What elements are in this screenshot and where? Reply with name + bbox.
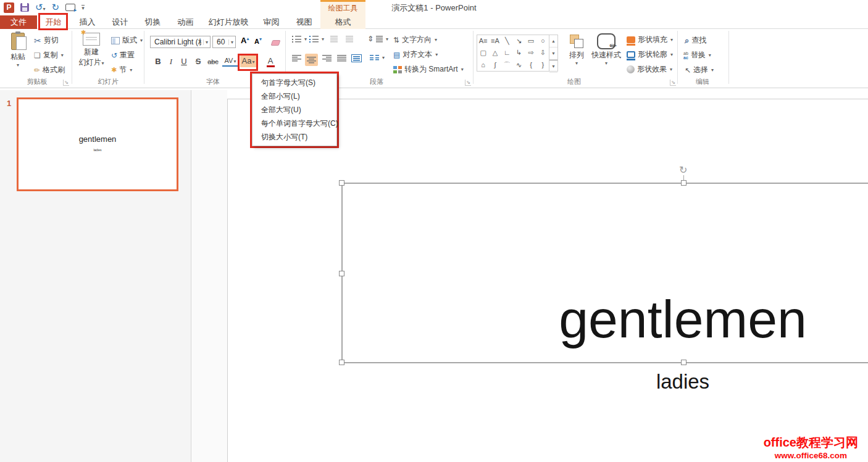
paragraph-dialog-launcher[interactable]: ⇘ <box>465 80 471 86</box>
shape-triangle[interactable]: △ <box>489 47 501 59</box>
tab-design[interactable]: 设计 <box>106 15 134 29</box>
align-left-button[interactable] <box>290 54 303 62</box>
tab-animations[interactable]: 动画 <box>172 15 199 29</box>
editor-background <box>191 90 227 462</box>
shape-left-brace[interactable]: { <box>525 59 536 71</box>
convert-smartart-button[interactable]: 转换为 SmartArt <box>391 64 465 75</box>
resize-handle-top-center[interactable] <box>681 180 686 186</box>
slides-group-label: 幻灯片 <box>83 77 133 86</box>
shape-rectangle[interactable]: ▭ <box>525 35 536 47</box>
shapes-more-icon[interactable]: ▼ <box>549 60 557 73</box>
shape-line-arrow[interactable]: ↘ <box>513 35 525 47</box>
bold-button[interactable]: B <box>152 56 164 68</box>
increase-indent-button[interactable] <box>344 35 355 43</box>
select-button[interactable]: ↖ 选择 <box>683 64 716 76</box>
shape-right-arrow[interactable]: ⇨ <box>525 47 536 59</box>
align-right-button[interactable] <box>320 54 333 62</box>
shape-elbow-arrow-connector[interactable]: ↳ <box>513 47 525 59</box>
font-color-button[interactable]: A <box>262 55 278 67</box>
align-text-button[interactable]: ▤ 对齐文本 <box>391 49 440 60</box>
shape-outline-button[interactable]: 形状轮廓 <box>625 49 675 60</box>
slide-title-text[interactable]: gentlemen <box>498 289 868 350</box>
copy-button[interactable]: ❏ 复制 <box>32 49 65 61</box>
columns-button[interactable] <box>368 54 386 61</box>
arrange-button[interactable]: 排列 ▾ <box>563 33 590 66</box>
replace-button[interactable]: abac 替换 <box>682 49 713 61</box>
cut-button[interactable]: ✂ 剪切 <box>32 35 61 46</box>
shape-fill-button[interactable]: 形状填充 <box>625 34 675 46</box>
rotation-handle-icon[interactable]: ↻ <box>679 164 687 176</box>
tab-review[interactable]: 审阅 <box>257 15 285 29</box>
group-separator <box>72 31 72 84</box>
shape-line[interactable]: ╲ <box>501 35 513 47</box>
tab-file[interactable]: 文件 <box>0 15 37 29</box>
resize-handle-top-left[interactable] <box>339 180 344 186</box>
shapes-gallery: A≡ ≡A ╲ ↘ ▭ ○ ▢ △ ∟ ↳ ⇨ ⇩ ⌂ ∫ ⌒ ∿ { } <box>477 35 549 72</box>
menu-item-sentence-case[interactable]: 句首字母大写(S) <box>252 76 336 89</box>
menu-item-toggle-case[interactable]: 切换大小写(T) <box>252 130 336 144</box>
clear-formatting-button[interactable] <box>271 40 281 46</box>
textbox-border-bottom[interactable] <box>341 362 868 363</box>
clipboard-dialog-launcher[interactable]: ⇘ <box>63 80 69 86</box>
shape-vertical-text-box[interactable]: ≡A <box>489 35 501 47</box>
tab-slideshow[interactable]: 幻灯片放映 <box>204 15 252 29</box>
textbox-border-top[interactable] <box>341 183 868 184</box>
slide-thumbnail[interactable]: gentlemen ladies <box>17 97 178 191</box>
resize-handle-middle-left[interactable] <box>339 271 344 276</box>
shape-fill-icon <box>627 36 635 43</box>
tab-transitions[interactable]: 切换 <box>139 15 167 29</box>
tab-insert[interactable]: 插入 <box>73 15 101 29</box>
shape-effects-button[interactable]: 形状效果 <box>625 64 674 75</box>
shape-right-brace[interactable]: } <box>537 59 549 71</box>
numbering-button[interactable] <box>307 35 326 43</box>
shape-text-box[interactable]: A≡ <box>477 35 489 47</box>
shape-curve[interactable]: ∿ <box>513 59 525 71</box>
reset-button[interactable]: ↺ 重置 <box>109 49 136 61</box>
increase-indent-icon <box>346 36 353 43</box>
drawing-dialog-launcher[interactable]: ⇘ <box>670 80 676 86</box>
line-spacing-button[interactable]: ⇕ <box>365 34 390 44</box>
resize-handle-bottom-center[interactable] <box>681 360 686 365</box>
smartart-icon <box>393 66 402 73</box>
strikethrough-button[interactable]: abc <box>205 56 221 68</box>
slide-canvas[interactable] <box>227 99 868 462</box>
shape-oval[interactable]: ○ <box>537 35 549 47</box>
grow-font-button[interactable]: A▴ <box>241 36 249 45</box>
new-slide-button[interactable]: 新建 幻灯片 <box>77 33 106 68</box>
section-button[interactable]: ✱ 节 <box>109 64 134 76</box>
shapes-scroll-down-icon[interactable]: ▼ <box>549 47 557 60</box>
text-direction-button[interactable]: ⇅ 文字方向 <box>391 34 439 46</box>
decrease-indent-button[interactable] <box>328 35 340 43</box>
shape-down-arrow[interactable]: ⇩ <box>537 47 549 59</box>
align-center-button[interactable] <box>305 54 318 66</box>
powerpoint-window: P ↺▾ ↻ ▾ 演示文稿1 - PowerPoint 绘图工具 文件 开始 插… <box>0 0 868 462</box>
underline-button[interactable]: U <box>178 56 190 68</box>
menu-item-uppercase[interactable]: 全部大写(U) <box>252 103 336 117</box>
menu-item-capitalize-each-word[interactable]: 每个单词首字母大写(C) <box>252 117 336 130</box>
character-spacing-button[interactable]: AV <box>222 56 238 67</box>
shape-arc[interactable]: ⌒ <box>501 59 513 71</box>
shrink-font-button[interactable]: A▾ <box>254 36 262 45</box>
tab-format[interactable]: 格式 <box>320 15 365 29</box>
shape-elbow-connector[interactable]: ∟ <box>501 47 513 59</box>
quick-styles-button[interactable]: 快速样式 ▾ <box>590 33 622 66</box>
shape-scribble[interactable]: ∫ <box>489 59 501 71</box>
shape-rounded-rectangle[interactable]: ▢ <box>477 47 489 59</box>
find-button[interactable]: ⌕ 查找 <box>683 35 708 46</box>
bullets-button[interactable] <box>290 35 309 43</box>
tab-view[interactable]: 视图 <box>290 15 318 29</box>
font-size-combo[interactable]: 60 ▾ <box>212 36 236 48</box>
layout-button[interactable]: 版式 <box>109 35 144 46</box>
paste-button[interactable]: 粘贴 ▾ <box>5 33 31 68</box>
shape-freeform[interactable]: ⌂ <box>477 59 489 71</box>
italic-button[interactable]: I <box>165 56 177 68</box>
menu-item-lowercase[interactable]: 全部小写(L) <box>252 89 336 103</box>
distribute-button[interactable] <box>349 54 364 63</box>
format-painter-button[interactable]: ✏ 格式刷 <box>32 64 67 76</box>
justify-button[interactable] <box>335 54 348 62</box>
slide-subtitle-text[interactable]: ladies <box>621 370 745 394</box>
font-name-combo[interactable]: Calibri Light (标 ▾ <box>150 36 211 48</box>
shadow-strike-button[interactable]: S <box>192 56 204 68</box>
shapes-scroll-up-icon[interactable]: ▲ <box>549 35 557 47</box>
resize-handle-bottom-left[interactable] <box>339 360 344 365</box>
